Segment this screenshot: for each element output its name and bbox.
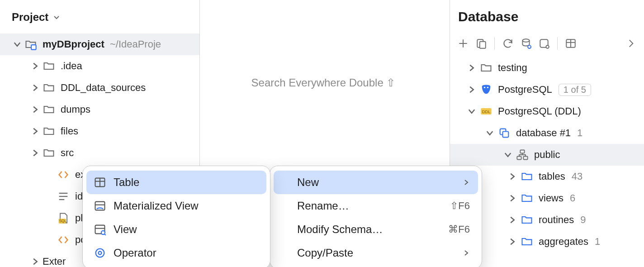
menu-item-label: Modify Schema… [297,223,448,236]
db-item-postgres[interactable]: PostgreSQL 1 of 5 [450,79,644,100]
svg-rect-22 [503,132,509,138]
datasource-settings-icon[interactable] [520,38,532,49]
tree-item-files[interactable]: files [0,120,199,142]
tree-item-label: id [75,191,83,202]
chevron-right-icon [508,215,517,224]
chevron-right-icon [31,257,40,266]
database-toolbar [450,32,644,55]
chevron-down-icon [467,107,476,116]
database-panel-title: Database [450,0,644,32]
menu-item-label: View [114,223,258,236]
stop-icon[interactable] [538,38,550,49]
folder-icon [43,81,55,94]
view-icon [94,223,106,236]
svg-point-35 [96,249,104,257]
ddl-mapping-icon[interactable] [475,38,487,49]
folder-icon [521,170,533,183]
chevron-right-icon [31,83,40,92]
db-item-database1[interactable]: database #1 1 [450,122,644,144]
svg-text:DDL: DDL [482,110,491,114]
menu-item-label: Copy/Paste [297,247,463,259]
db-item-count: 9 [580,214,586,226]
tree-item-label: src [61,147,74,159]
project-panel-header[interactable]: Project [0,0,199,33]
svg-point-11 [528,45,531,48]
schemas-icon [498,127,511,139]
menu-item-copy-paste[interactable]: Copy/Paste [274,241,478,265]
db-item-postgres-ddl[interactable]: DDL PostgreSQL (DDL) [450,100,644,122]
chevron-right-icon [31,105,40,114]
chevron-right-icon [467,63,476,72]
spacer-icon [45,192,54,201]
tree-item-ddl[interactable]: DDL_data_sources [0,77,199,99]
tree-item-label: Exter [43,256,66,267]
menu-item-label: Rename… [297,200,450,212]
project-panel-title: Project [12,11,48,24]
menu-item-label: New [297,176,463,189]
tree-item-idea[interactable]: .idea [0,55,199,77]
db-item-label: tables [539,171,565,182]
chevron-down-icon [485,129,494,138]
project-root[interactable]: myDBproject ~/IdeaProje [0,33,199,55]
folder-icon [43,125,55,138]
submenu-item-materialized-view[interactable]: Materialized View [86,194,266,218]
tree-item-label: .idea [61,60,82,72]
sql-file-icon: SQL [57,212,70,224]
db-item-label: routines [539,214,574,226]
folder-icon [521,192,533,205]
code-file-icon [57,168,70,181]
db-item-public[interactable]: public [450,144,644,166]
tree-item-label: dumps [61,104,90,115]
svg-rect-23 [520,150,524,153]
chevron-right-icon [31,62,40,71]
project-folder-icon [24,38,37,51]
folder-icon [43,60,55,72]
operator-icon [94,247,106,259]
folder-icon [521,214,533,226]
svg-text:SQL: SQL [59,219,67,223]
db-item-label: testing [498,62,527,74]
menu-item-modify-schema[interactable]: Modify Schema… ⌘F6 [274,218,478,241]
chevron-right-icon [467,85,476,94]
folder-icon [480,62,492,74]
tree-item-label: DDL_data_sources [61,82,146,94]
refresh-icon[interactable] [502,38,514,49]
submenu-item-operator[interactable]: Operator [86,241,266,265]
submenu-item-table[interactable]: Table [86,171,266,194]
menu-item-new[interactable]: New [274,171,478,194]
chevron-right-icon[interactable] [625,38,637,49]
code-file-icon [57,234,70,246]
toolbar-separator [557,37,558,50]
svg-point-18 [487,87,488,88]
chevron-right-icon [463,249,470,257]
menu-item-shortcut: ⇧F6 [450,200,470,212]
project-root-path: ~/IdeaProje [110,38,161,50]
tree-item-dumps[interactable]: dumps [0,99,199,120]
text-file-icon [57,190,70,203]
table-view-icon[interactable] [565,38,577,49]
postgres-icon [480,83,492,96]
schema-icon [516,148,529,161]
db-item-testing[interactable]: testing [450,57,644,79]
chevron-down-icon [53,14,60,21]
add-icon[interactable] [457,38,469,49]
context-menu: New Rename… ⇧F6 Modify Schema… ⌘F6 Copy/… [270,166,482,267]
chevron-right-icon [31,148,40,157]
submenu-item-view[interactable]: View [86,218,266,241]
tree-item-src[interactable]: src [0,142,199,164]
toolbar-separator [494,37,495,50]
db-item-badge: 1 of 5 [559,84,591,96]
tree-item-label: files [61,125,78,137]
chevron-right-icon [508,172,517,181]
db-item-count: 43 [572,171,582,182]
menu-item-label: Table [114,176,258,189]
menu-item-rename[interactable]: Rename… ⇧F6 [274,194,478,218]
db-item-label: views [539,192,564,204]
chevron-right-icon [31,127,40,136]
db-item-label: aggregates [539,236,588,248]
spacer-icon [45,235,54,244]
folder-icon [43,103,55,116]
db-item-label: PostgreSQL (DDL) [498,105,581,117]
new-submenu: Table Materialized View View Operator [82,166,270,267]
ddl-icon: DDL [480,105,492,118]
